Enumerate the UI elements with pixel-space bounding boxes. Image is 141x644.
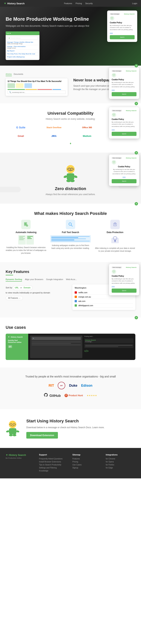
footer-link-chrome[interactable]: for Chrome: [106, 458, 136, 460]
mockup-item-5: Project edit | Madegroup: [7, 56, 38, 58]
tab-articles[interactable]: Articles: [6, 73, 12, 76]
kf-tab-web-access[interactable]: Web Acce...: [66, 278, 77, 282]
uc-sidebar-brand: ▼ History Search: [8, 336, 26, 338]
download-extension-button[interactable]: Download Extension: [26, 432, 58, 438]
footer-link-edge[interactable]: for Edge: [106, 467, 136, 469]
cookie-btn-2[interactable]: Got It: [112, 92, 136, 96]
uc-result-1: History Search Knowledge...: [84, 338, 134, 343]
cookie-more-link[interactable]: more: [110, 32, 134, 34]
start-using-subtitle: Download below in a message or check out…: [26, 426, 135, 429]
universal-section: Universal Compatibility History Search w…: [0, 104, 141, 153]
or-text: or: [20, 286, 22, 289]
cookie-link-3[interactable]: more: [112, 129, 136, 130]
cookie-popup-zero: New message History Search 🛡 Cookie Poli…: [109, 154, 139, 186]
footer-link-faq[interactable]: Frequently Asked Questions: [39, 458, 69, 460]
all-features-button[interactable]: All Features →: [6, 296, 23, 300]
start-mascot: [6, 420, 21, 437]
nav-pricing[interactable]: Pricing: [76, 2, 82, 4]
nav-login[interactable]: Login: [132, 2, 137, 4]
sort-desc-text: to view results individually or grouped …: [6, 292, 50, 294]
svg-point-38: [11, 424, 12, 425]
zero-distraction-section: Zero distraction Always find the email r…: [0, 153, 141, 204]
footer-link-settings[interactable]: Settings and Filtering: [39, 467, 69, 469]
key-features-section: Key Features Dynamic Sorting Align your …: [0, 262, 141, 318]
svg-rect-32: [9, 347, 10, 347]
svg-rect-15: [24, 224, 26, 224]
mockup-dot-3: [10, 33, 11, 34]
svg-point-39: [14, 424, 14, 425]
bar-green: [8, 89, 25, 90]
svg-line-3: [67, 169, 68, 169]
domain-name-ask: ask.com: [78, 300, 85, 302]
sort-options[interactable]: URL or Domain: [13, 285, 32, 290]
cookie-brand-2: History Search: [126, 70, 136, 72]
cookie-btn-3[interactable]: Got It: [112, 132, 136, 136]
nav-features[interactable]: Features: [64, 2, 72, 4]
data-title: Data Protection: [94, 231, 135, 234]
uc-search-bar[interactable]: 🔍: [32, 337, 81, 340]
footer-link-pricing[interactable]: Pricing: [72, 461, 102, 463]
cookie-btn-4[interactable]: Got It: [112, 179, 136, 183]
url-option: URL: [15, 286, 19, 289]
footer-link-opera[interactable]: for Opera: [106, 461, 136, 463]
mockup-search-bar[interactable]: ⊙ Search history...: [7, 36, 38, 40]
logo-gmail: Gmail: [6, 133, 36, 139]
footer-link-firefox[interactable]: for Firefox: [106, 464, 136, 466]
footer-link-features[interactable]: Features: [72, 458, 102, 460]
cookie-tag-5: New message: [112, 266, 122, 268]
kf-tab-google-integration[interactable]: Google Integration: [46, 278, 63, 282]
kf-tab-dynamic-sorting[interactable]: Dynamic Sorting: [6, 278, 22, 282]
search-icon: ⊙: [8, 37, 10, 39]
cookie-link-2[interactable]: more: [112, 89, 136, 90]
feature-data-protection: Data Protection After indexing is comple…: [94, 220, 135, 254]
svg-point-42: [16, 430, 20, 433]
logo-office365: Office 365: [72, 124, 102, 130]
footer-support-title: Support: [39, 454, 69, 456]
logo-edisson: Edison: [81, 384, 92, 388]
svg-line-21: [71, 225, 72, 226]
footer-link-tips[interactable]: Tips to Search Productivity: [39, 464, 69, 466]
bar-red: [38, 89, 52, 90]
cookie-header-5: New message History Search: [112, 266, 136, 268]
tab-documents[interactable]: Documents: [14, 73, 23, 76]
kf-tab-align-browsers[interactable]: Align your Browsers: [25, 278, 43, 282]
nav-brand[interactable]: ▼ History Search: [4, 2, 25, 5]
svg-line-37: [15, 424, 16, 424]
footer-link-use-cases[interactable]: Use Cases: [72, 464, 102, 466]
footer-link-signup[interactable]: Signup: [72, 467, 102, 469]
cookie-link-4[interactable]: more: [112, 176, 136, 178]
cookie-text-5: By continuing to use this site you conse…: [112, 278, 136, 284]
svg-rect-31: [9, 346, 11, 346]
cookie-header-4: New message History Search: [112, 157, 136, 159]
uc-sidebar: ▼ History Search Quickly find resources …: [6, 334, 28, 360]
footer-integrations-col: Integrations for Chrome for Opera for Fi…: [106, 454, 136, 473]
uc-result-2: [84, 344, 134, 348]
cookie-tag-2: New message: [112, 70, 122, 72]
cookie-got-it-button[interactable]: Got It: [110, 35, 134, 39]
logo-stackoverflow: Stack Overflow: [39, 124, 69, 130]
svg-point-24: [115, 224, 116, 225]
title-underline: [6, 275, 13, 276]
nav-security[interactable]: Security: [85, 2, 93, 4]
cookie-tag-3: New message: [112, 110, 122, 112]
screenshot-thumb-1: [8, 83, 15, 88]
footer-brand-col: ▼ History Search Be Productive Online: [6, 454, 35, 473]
uc-code-icon: </>: [84, 350, 134, 353]
cookie-text-4: By continuing to use this site you conse…: [112, 168, 136, 175]
zero-distraction-title: Zero distraction: [6, 186, 135, 191]
bar-blue: [52, 89, 61, 90]
cookie-link-5[interactable]: more: [112, 286, 136, 287]
footer-link-install[interactable]: Install Browser Extensions: [39, 461, 69, 463]
indexing-title: Automatic Indexing: [6, 231, 46, 234]
screenshot-thumb-3: [24, 83, 32, 88]
footer-tagline: Be Productive Online: [6, 457, 35, 459]
footer-link-knowledge[interactable]: Knowledge: [39, 470, 69, 472]
sort-by-text: Sort by: [6, 286, 12, 289]
cookie-popup-key-features: New message History Search 🛡 Cookie Poli…: [109, 264, 139, 295]
mockup-search-field[interactable]: 🔍 somebody told me...: [8, 90, 66, 94]
cookie-shield-5: 🛡: [112, 269, 116, 274]
svg-point-41: [6, 430, 10, 433]
cookie-shield-icon: 🛡: [110, 16, 114, 20]
cookie-btn-5[interactable]: Got It: [112, 288, 136, 293]
data-illustration: [94, 235, 135, 245]
